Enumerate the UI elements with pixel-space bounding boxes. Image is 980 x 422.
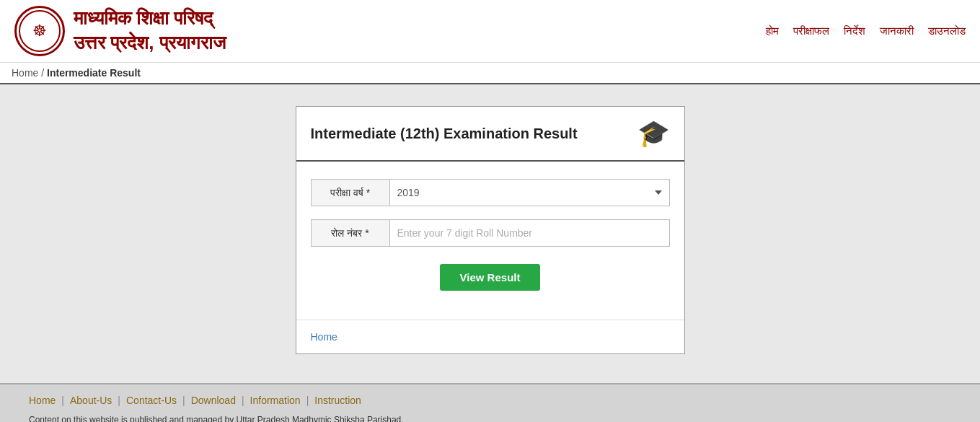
breadcrumb-separator: / bbox=[41, 67, 47, 79]
year-label: परीक्षा वर्ष * bbox=[311, 179, 390, 206]
nav-directions[interactable]: निर्देश bbox=[844, 25, 865, 38]
main-nav: होम परीक्षाफल निर्देश जानकारी डाउनलोड bbox=[766, 25, 966, 38]
footer-info-line1: Content on this website is published and… bbox=[29, 413, 966, 422]
logo-icon: ☸ bbox=[32, 22, 47, 40]
nav-info[interactable]: जानकारी bbox=[880, 25, 914, 38]
footer-info: Content on this website is published and… bbox=[29, 413, 966, 422]
footer-link-information[interactable]: Information bbox=[250, 395, 301, 406]
footer-link-about[interactable]: About-Us bbox=[70, 395, 112, 406]
roll-label: रोल नंबर * bbox=[311, 219, 390, 247]
view-result-button[interactable]: View Result bbox=[440, 264, 541, 291]
footer: Home | About-Us | Contact-Us | Download … bbox=[0, 383, 980, 422]
title-line1: माध्यमिक शिक्षा परिषद् bbox=[74, 6, 226, 31]
header: ☸ माध्यमिक शिक्षा परिषद् उत्तर प्रदेश, प… bbox=[0, 0, 980, 63]
footer-sep-3: | bbox=[182, 395, 185, 406]
footer-link-instruction[interactable]: Instruction bbox=[314, 395, 361, 406]
breadcrumb-home[interactable]: Home bbox=[12, 67, 38, 79]
nav-results[interactable]: परीक्षाफल bbox=[793, 25, 829, 38]
footer-sep-5: | bbox=[306, 395, 309, 406]
form-title: Intermediate (12th) Examination Result bbox=[311, 126, 578, 142]
roll-input[interactable] bbox=[390, 219, 670, 247]
nav-download[interactable]: डाउनलोड bbox=[928, 25, 966, 38]
title-line2: उत्तर प्रदेश, प्रयागराज bbox=[74, 31, 226, 56]
roll-row: रोल नंबर * bbox=[311, 219, 670, 247]
form-header: Intermediate (12th) Examination Result 🎓 bbox=[296, 107, 684, 162]
header-left: ☸ माध्यमिक शिक्षा परिषद् उत्तर प्रदेश, प… bbox=[14, 6, 226, 56]
footer-link-download[interactable]: Download bbox=[191, 395, 236, 406]
year-row: परीक्षा वर्ष * 2019 2018 2017 2016 bbox=[311, 179, 670, 206]
breadcrumb-current: Intermediate Result bbox=[47, 67, 141, 79]
form-body: परीक्षा वर्ष * 2019 2018 2017 2016 रोल न… bbox=[296, 162, 684, 312]
footer-sep-1: | bbox=[61, 395, 64, 406]
footer-link-contact[interactable]: Contact-Us bbox=[126, 395, 177, 406]
form-footer-home-link[interactable]: Home bbox=[311, 331, 337, 343]
form-container: Intermediate (12th) Examination Result 🎓… bbox=[296, 106, 685, 354]
footer-link-home[interactable]: Home bbox=[29, 395, 56, 406]
logo-inner: ☸ bbox=[19, 10, 61, 52]
submit-row: View Result bbox=[311, 264, 670, 291]
nav-home[interactable]: होम bbox=[766, 25, 779, 38]
site-title: माध्यमिक शिक्षा परिषद् उत्तर प्रदेश, प्र… bbox=[74, 6, 226, 56]
footer-links: Home | About-Us | Contact-Us | Download … bbox=[29, 395, 966, 406]
footer-sep-2: | bbox=[118, 395, 120, 406]
main-content: Intermediate (12th) Examination Result 🎓… bbox=[0, 84, 980, 383]
form-footer: Home bbox=[296, 320, 684, 353]
logo: ☸ bbox=[14, 6, 65, 56]
grad-cap-icon: 🎓 bbox=[637, 118, 670, 149]
breadcrumb: Home / Intermediate Result bbox=[0, 63, 980, 84]
year-select[interactable]: 2019 2018 2017 2016 bbox=[390, 179, 670, 206]
footer-sep-4: | bbox=[242, 395, 244, 406]
